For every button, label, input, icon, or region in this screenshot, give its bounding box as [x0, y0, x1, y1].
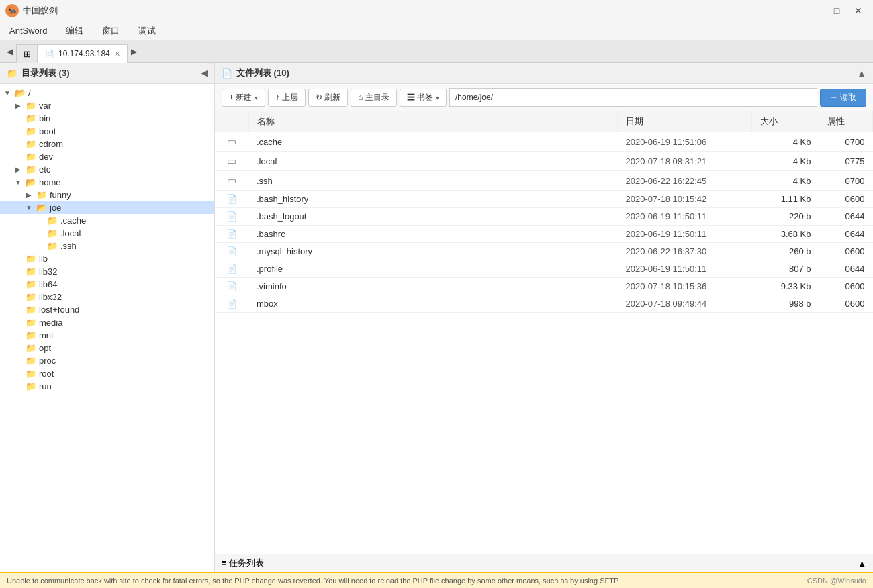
folder-icon: 📁 [47, 215, 58, 226]
expand-icon[interactable]: ▼ [13, 178, 23, 187]
up-button[interactable]: ↑ 上层 [268, 89, 305, 107]
expand-icon[interactable]: ▼ [24, 203, 34, 213]
menu-edit[interactable]: 编辑 [62, 23, 87, 38]
tree-item[interactable]: 📁 bin [0, 112, 214, 125]
file-icon: 📄 [226, 264, 237, 274]
path-input[interactable] [449, 88, 817, 107]
tab-grid-btn[interactable]: ⊞ [16, 44, 38, 63]
expand-icon[interactable]: ▶ [24, 191, 34, 200]
bookmark-label: ☰ 书签 [407, 92, 433, 103]
table-row[interactable]: ▭ .cache 2020-06-19 11:51:06 4 Kb 0700 [215, 132, 873, 152]
table-row[interactable]: 📄 .bash_history 2020-07-18 10:15:42 1.11… [215, 191, 873, 208]
tab-nav-right[interactable]: ▶ [128, 42, 141, 61]
home-button[interactable]: ⌂ 主目录 [351, 89, 397, 107]
tree-label: run [39, 381, 52, 391]
bookmark-button[interactable]: ☰ 书签 ▾ [400, 89, 447, 107]
table-row[interactable]: 📄 mbox 2020-07-18 09:49:44 998 b 0600 [215, 295, 873, 313]
folder-icon: 📁 [26, 292, 36, 302]
tree-item[interactable]: 📁 opt [0, 342, 214, 354]
tree-item[interactable]: 📁 .ssh [0, 240, 214, 252]
table-row[interactable]: 📄 .bashrc 2020-06-19 11:50:11 3.68 Kb 06… [215, 226, 873, 243]
right-panel: 📄 文件列表 (10) ▲ + 新建 ▾ ↑ 上层 ↻ 刷新 ⌂ 主目录 ☰ 书… [215, 63, 873, 572]
tree-item[interactable]: 📁 cdrom [0, 138, 214, 150]
file-attr-cell: 0600 [819, 243, 873, 260]
watermark: CSDN @Winsudo [807, 577, 866, 585]
tab-close-icon[interactable]: ✕ [114, 50, 120, 58]
file-type-icon-cell: ▭ [215, 152, 248, 171]
right-panel-collapse-btn[interactable]: ▲ [857, 68, 866, 79]
file-name-cell: .bash_logout [248, 208, 618, 226]
tree-label: joe [50, 203, 61, 213]
tree-item[interactable]: 📁 .local [0, 227, 214, 240]
tree-item[interactable]: 📁 lib32 [0, 265, 214, 278]
file-type-icon-cell: ▭ [215, 171, 248, 191]
tree-item[interactable]: ▶ 📁 funny [0, 189, 214, 201]
folder-icon: 📁 [47, 228, 58, 238]
title-bar: 🐜 中国蚁剑 ─ □ ✕ [0, 0, 873, 21]
tree-item[interactable]: ▶ 📁 var [0, 99, 214, 112]
file-date-cell: 2020-06-19 11:51:06 [618, 132, 752, 152]
tree-label: / [28, 88, 31, 98]
close-button[interactable]: ✕ [849, 4, 868, 17]
task-list-collapse-icon[interactable]: ▲ [858, 558, 866, 569]
folder-icon: 📁 [26, 369, 36, 379]
table-row[interactable]: ▭ .local 2020-07-18 08:31:21 4 Kb 0775 [215, 152, 873, 171]
left-panel-collapse-btn[interactable]: ◀ [201, 68, 208, 78]
tree-item[interactable]: ▼ 📂 joe [0, 201, 214, 214]
tree-item[interactable]: 📁 boot [0, 125, 214, 138]
expand-icon[interactable]: ▶ [13, 101, 23, 111]
table-row[interactable]: ▭ .ssh 2020-06-22 16:22:45 4 Kb 0700 [215, 171, 873, 191]
folder-icon: 📁 [26, 101, 36, 111]
menu-antsword[interactable]: AntSword [5, 24, 51, 37]
read-button[interactable]: → 读取 [820, 89, 866, 107]
tree-item[interactable]: 📁 run [0, 380, 214, 393]
minimize-button[interactable]: ─ [806, 4, 825, 17]
menu-window[interactable]: 窗口 [98, 23, 124, 38]
tree-item[interactable]: 📁 lib [0, 252, 214, 265]
tree-item[interactable]: ▶ 📁 etc [0, 163, 214, 176]
tree-item[interactable]: ▼ 📂 / [0, 87, 214, 99]
file-attr-cell: 0600 [819, 278, 873, 295]
refresh-button[interactable]: ↻ 刷新 [308, 89, 348, 107]
tree-item[interactable]: 📁 .cache [0, 214, 214, 227]
file-icon: 📄 [226, 211, 237, 222]
tree-item[interactable]: ▼ 📂 home [0, 176, 214, 189]
file-date-cell: 2020-07-18 10:15:36 [618, 278, 752, 295]
table-row[interactable]: 📄 .bash_logout 2020-06-19 11:50:11 220 b… [215, 208, 873, 226]
file-attr-cell: 0600 [819, 295, 873, 313]
tab-item[interactable]: 📄 10.174.93.184 ✕ [38, 44, 128, 63]
tree-item[interactable]: 📁 lib64 [0, 278, 214, 291]
tree-label: .ssh [60, 241, 77, 251]
file-size-cell: 4 Kb [752, 132, 819, 152]
tree-label: bin [39, 113, 50, 124]
file-type-icon-cell: 📄 [215, 243, 248, 260]
tree-item[interactable]: 📁 dev [0, 150, 214, 163]
tree-item[interactable]: 📁 proc [0, 354, 214, 367]
table-row[interactable]: 📄 .mysql_history 2020-06-22 16:37:30 260… [215, 243, 873, 260]
tree-item[interactable]: 📁 root [0, 367, 214, 380]
table-row[interactable]: 📄 .profile 2020-06-19 11:50:11 807 b 064… [215, 260, 873, 278]
menu-debug[interactable]: 调试 [134, 23, 160, 38]
tree-label: root [39, 369, 54, 379]
maximize-button[interactable]: □ [827, 4, 846, 17]
file-date-cell: 2020-06-22 16:37:30 [618, 243, 752, 260]
tab-nav-left[interactable]: ◀ [3, 42, 16, 61]
tree-item[interactable]: 📁 lost+found [0, 303, 214, 316]
folder-icon: 📂 [36, 203, 47, 213]
file-attr-cell: 0700 [819, 132, 873, 152]
tree-item[interactable]: 📁 media [0, 316, 214, 329]
new-button[interactable]: + 新建 ▾ [222, 89, 265, 107]
expand-icon[interactable]: ▶ [13, 165, 23, 175]
left-panel: 📁 目录列表 (3) ◀ ▼ 📂 / ▶ 📁 var 📁 bin 📁 boot … [0, 63, 215, 572]
tree-label: libx32 [39, 292, 62, 302]
folder-icon: 📁 [26, 343, 36, 353]
file-attr-cell: 0775 [819, 152, 873, 171]
file-type-icon-cell: 📄 [215, 278, 248, 295]
table-row[interactable]: 📄 .viminfo 2020-07-18 10:15:36 9.33 Kb 0… [215, 278, 873, 295]
file-name-cell: .local [248, 152, 618, 171]
col-attr: 属性 [819, 111, 873, 132]
file-size-cell: 1.11 Kb [752, 191, 819, 208]
tree-item[interactable]: 📁 mnt [0, 329, 214, 342]
expand-icon[interactable]: ▼ [3, 89, 12, 98]
tree-item[interactable]: 📁 libx32 [0, 291, 214, 303]
